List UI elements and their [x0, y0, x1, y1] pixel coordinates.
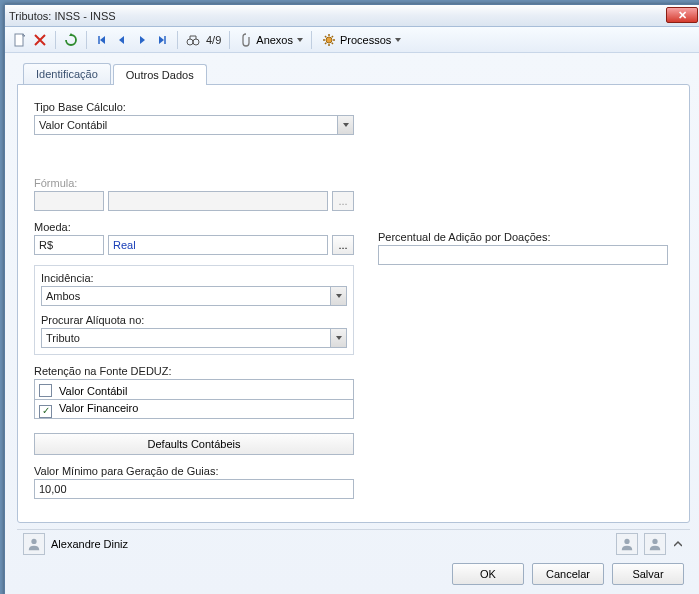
document-icon — [13, 33, 27, 47]
tipo-base-label: Tipo Base Cálculo: — [34, 101, 354, 113]
moeda-row: R$ Real ... — [34, 235, 354, 255]
refresh-icon — [64, 33, 78, 47]
incidencia-label: Incidência: — [41, 272, 347, 284]
moeda-name-field[interactable]: Real — [108, 235, 328, 255]
tab-identificacao[interactable]: Identificação — [23, 63, 111, 84]
status-avatar-1[interactable] — [616, 533, 638, 555]
procurar-label: Procurar Alíquota no: — [41, 314, 347, 326]
formula-code-field — [34, 191, 104, 211]
status-collapse-toggle[interactable] — [672, 540, 684, 548]
retencao-list: Valor Contábil Valor Financeiro — [34, 379, 354, 419]
close-icon: ✕ — [678, 9, 687, 22]
chk-valor-contabil-label: Valor Contábil — [59, 385, 127, 397]
separator — [311, 31, 312, 49]
tipo-base-value: Valor Contábil — [34, 115, 354, 135]
chevron-down-icon — [395, 38, 401, 42]
procurar-select[interactable]: Tributo — [41, 328, 347, 348]
percentual-field[interactable] — [378, 245, 668, 265]
separator — [86, 31, 87, 49]
chevron-down-icon — [336, 336, 342, 340]
formula-lookup-button: ... — [332, 191, 354, 211]
dropdown-button[interactable] — [330, 329, 346, 347]
formula-label: Fórmula: — [34, 177, 354, 189]
tabpanel: Tipo Base Cálculo: Valor Contábil Fórmul… — [17, 84, 690, 523]
window: Tributos: INSS - INSS ✕ — [4, 4, 699, 594]
formula-row: ... — [34, 191, 354, 211]
anexos-label: Anexos — [256, 34, 293, 46]
statusbar: Alexandre Diniz — [17, 529, 690, 557]
refresh-button[interactable] — [62, 31, 80, 49]
svg-point-5 — [624, 538, 629, 543]
person-icon — [620, 537, 634, 551]
chevron-down-icon — [343, 123, 349, 127]
window-title: Tributos: INSS - INSS — [9, 10, 116, 22]
dropdown-button[interactable] — [337, 116, 353, 134]
anexos-dropdown[interactable]: Anexos — [236, 33, 305, 47]
chevron-up-icon — [674, 540, 682, 548]
footer: OK Cancelar Salvar — [17, 557, 690, 591]
search-button[interactable] — [184, 31, 202, 49]
save-button[interactable]: Salvar — [612, 563, 684, 585]
body: Identificação Outros Dados Tipo Base Cál… — [5, 53, 699, 594]
tab-outros-dados[interactable]: Outros Dados — [113, 64, 207, 85]
percentual-label: Percentual de Adição por Doações: — [378, 231, 673, 243]
chk-valor-financeiro-row[interactable]: Valor Financeiro — [34, 400, 354, 419]
formula-name-field — [108, 191, 328, 211]
svg-point-3 — [326, 37, 332, 43]
left-column: Tipo Base Cálculo: Valor Contábil Fórmul… — [34, 101, 354, 512]
nav-first-button[interactable] — [93, 31, 111, 49]
checkbox-icon[interactable] — [39, 384, 52, 397]
x-red-icon — [34, 34, 46, 46]
nav-prev-button[interactable] — [113, 31, 131, 49]
new-button[interactable] — [11, 31, 29, 49]
right-column: Percentual de Adição por Doações: — [378, 101, 673, 512]
tabstrip: Identificação Outros Dados — [23, 63, 690, 84]
moeda-label: Moeda: — [34, 221, 354, 233]
checkbox-checked-icon[interactable] — [39, 405, 52, 418]
chk-valor-contabil-row[interactable]: Valor Contábil — [34, 379, 354, 400]
toolbar: 4/9 Anexos Processos — [5, 27, 699, 53]
attachment-icon — [240, 33, 252, 47]
svg-rect-0 — [15, 34, 23, 46]
chevron-down-icon — [297, 38, 303, 42]
tipo-base-select[interactable]: Valor Contábil — [34, 115, 354, 135]
ok-button[interactable]: OK — [452, 563, 524, 585]
prev-icon — [116, 34, 128, 46]
record-counter: 4/9 — [204, 34, 223, 46]
moeda-code-field[interactable]: R$ — [34, 235, 104, 255]
cancel-button[interactable]: Cancelar — [532, 563, 604, 585]
separator — [177, 31, 178, 49]
chk-valor-financeiro-label: Valor Financeiro — [59, 402, 138, 414]
svg-point-2 — [193, 39, 199, 45]
nav-next-button[interactable] — [133, 31, 151, 49]
next-icon — [136, 34, 148, 46]
procurar-value: Tributo — [41, 328, 347, 348]
person-icon — [648, 537, 662, 551]
binoculars-icon — [186, 34, 200, 46]
separator — [229, 31, 230, 49]
gear-icon — [322, 33, 336, 47]
titlebar: Tributos: INSS - INSS ✕ — [5, 5, 699, 27]
processos-dropdown[interactable]: Processos — [318, 33, 403, 47]
processos-label: Processos — [340, 34, 391, 46]
person-icon — [27, 537, 41, 551]
svg-point-1 — [187, 39, 193, 45]
user-avatar — [23, 533, 45, 555]
chevron-down-icon — [336, 294, 342, 298]
moeda-lookup-button[interactable]: ... — [332, 235, 354, 255]
retencao-label: Retenção na Fonte DEDUZ: — [34, 365, 354, 377]
incidencia-group: Incidência: Ambos Procurar Alíquota no: … — [34, 265, 354, 355]
incidencia-value: Ambos — [41, 286, 347, 306]
separator — [55, 31, 56, 49]
dropdown-button[interactable] — [330, 287, 346, 305]
valor-min-field[interactable]: 10,00 — [34, 479, 354, 499]
first-icon — [96, 34, 108, 46]
close-button[interactable]: ✕ — [666, 7, 698, 23]
defaults-contabeis-button[interactable]: Defaults Contábeis — [34, 433, 354, 455]
svg-point-6 — [652, 538, 657, 543]
last-icon — [156, 34, 168, 46]
nav-last-button[interactable] — [153, 31, 171, 49]
delete-button[interactable] — [31, 31, 49, 49]
status-avatar-2[interactable] — [644, 533, 666, 555]
incidencia-select[interactable]: Ambos — [41, 286, 347, 306]
